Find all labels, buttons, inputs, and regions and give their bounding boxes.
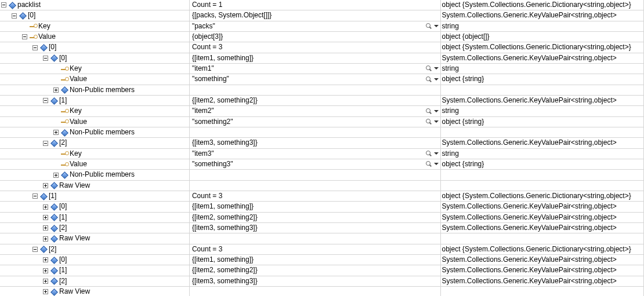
value-cell[interactable]: Count = 3 [189, 244, 440, 254]
table-row[interactable]: Key"item2"string [0, 106, 644, 116]
table-row[interactable]: Value"something"object {string} [0, 74, 644, 85]
name-cell[interactable]: [1] [0, 95, 189, 105]
name-cell[interactable]: Non-Public members [0, 85, 189, 95]
table-row[interactable]: [1]Count = 3object {System.Collections.G… [0, 191, 644, 201]
table-row[interactable]: [0]{[packs, System.Object[]]}System.Coll… [0, 10, 644, 21]
name-cell[interactable]: [1] [0, 212, 189, 222]
collapse-icon[interactable] [43, 98, 48, 103]
magnifier-icon[interactable] [425, 108, 432, 115]
name-cell[interactable]: [1] [0, 265, 189, 276]
expand-icon[interactable] [53, 173, 59, 178]
chevron-down-icon[interactable] [433, 118, 439, 125]
value-cell[interactable]: Count = 3 [189, 191, 440, 201]
name-cell[interactable]: Key [0, 63, 189, 74]
value-cell[interactable]: {object[3]} [189, 31, 440, 42]
table-row[interactable]: Non-Public members [0, 127, 644, 137]
value-cell[interactable] [189, 233, 440, 244]
table-row[interactable]: [0]Count = 3object {System.Collections.G… [0, 42, 644, 53]
collapse-icon[interactable] [22, 34, 27, 39]
value-cell[interactable] [189, 170, 440, 180]
table-row[interactable]: Raw View [0, 180, 644, 191]
value-cell[interactable]: {[packs, System.Object[]]} [189, 10, 440, 21]
chevron-down-icon[interactable] [433, 150, 439, 157]
table-row[interactable]: [0]{[item1, something]}System.Collection… [0, 53, 644, 63]
table-row[interactable]: Non-Public members [0, 85, 644, 95]
chevron-down-icon[interactable] [433, 23, 439, 30]
name-cell[interactable]: [2] [0, 244, 189, 254]
value-cell[interactable]: Count = 1 [189, 0, 440, 10]
expand-icon[interactable] [43, 279, 48, 284]
value-cell[interactable] [189, 85, 440, 95]
expand-icon[interactable] [43, 268, 48, 273]
table-row[interactable]: Key"item3"string [0, 148, 644, 159]
expand-icon[interactable] [53, 130, 59, 135]
magnifier-icon[interactable] [425, 76, 432, 83]
table-row[interactable]: [1]{[item2, something2]}System.Collectio… [0, 212, 644, 222]
table-row[interactable]: Non-Public members [0, 170, 644, 180]
table-row[interactable]: Value{object[3]}object {object[]} [0, 31, 644, 42]
collapse-icon[interactable] [32, 193, 38, 199]
table-row[interactable]: [0]{[item1, something]}System.Collection… [0, 254, 644, 265]
name-cell[interactable]: [0] [0, 53, 189, 63]
name-cell[interactable]: Value [0, 74, 189, 85]
value-cell[interactable]: {[item1, something]} [189, 53, 440, 63]
name-cell[interactable]: Raw View [0, 286, 189, 296]
table-row[interactable]: Raw View [0, 233, 644, 244]
expand-icon[interactable] [43, 183, 48, 188]
collapse-icon[interactable] [32, 247, 38, 252]
value-cell[interactable] [189, 180, 440, 191]
watch-grid[interactable]: packlistCount = 1object {System.Collecti… [0, 0, 644, 296]
table-row[interactable]: [1]{[item2, something2]}System.Collectio… [0, 95, 644, 105]
name-cell[interactable]: Value [0, 159, 189, 169]
name-cell[interactable]: Key [0, 21, 189, 31]
value-cell[interactable]: "item2" [189, 106, 440, 116]
value-cell[interactable]: "item3" [189, 148, 440, 159]
name-cell[interactable]: [0] [0, 42, 189, 53]
name-cell[interactable]: Non-Public members [0, 170, 189, 180]
name-cell[interactable]: Key [0, 148, 189, 159]
value-cell[interactable]: {[item3, something3]} [189, 222, 440, 233]
expand-icon[interactable] [43, 215, 48, 220]
chevron-down-icon[interactable] [433, 160, 439, 167]
magnifier-icon[interactable] [425, 118, 432, 125]
collapse-icon[interactable] [32, 45, 38, 50]
name-cell[interactable]: Non-Public members [0, 127, 189, 137]
value-cell[interactable]: {[item1, something]} [189, 202, 440, 212]
magnifier-icon[interactable] [425, 150, 432, 157]
table-row[interactable]: Raw View [0, 286, 644, 296]
value-cell[interactable]: {[item1, something]} [189, 254, 440, 265]
expand-icon[interactable] [43, 204, 48, 210]
collapse-icon[interactable] [12, 13, 17, 19]
table-row[interactable]: [2]{[item3, something3]}System.Collectio… [0, 138, 644, 148]
name-cell[interactable]: Value [0, 31, 189, 42]
magnifier-icon[interactable] [425, 23, 432, 30]
table-row[interactable]: [2]{[item3, something3]}System.Collectio… [0, 222, 644, 233]
collapse-icon[interactable] [1, 2, 6, 8]
name-cell[interactable]: [0] [0, 10, 189, 21]
name-cell[interactable]: [2] [0, 276, 189, 286]
magnifier-icon[interactable] [425, 160, 432, 167]
expand-icon[interactable] [43, 257, 48, 262]
expand-icon[interactable] [43, 236, 48, 242]
table-row[interactable]: packlistCount = 1object {System.Collecti… [0, 0, 644, 10]
value-cell[interactable]: "something2" [189, 116, 440, 127]
expand-icon[interactable] [43, 289, 48, 294]
expand-icon[interactable] [53, 87, 59, 93]
value-cell[interactable]: Count = 3 [189, 42, 440, 53]
value-cell[interactable]: {[item3, something3]} [189, 276, 440, 286]
value-cell[interactable] [189, 127, 440, 137]
name-cell[interactable]: [1] [0, 191, 189, 201]
value-cell[interactable]: "packs" [189, 21, 440, 31]
collapse-icon[interactable] [43, 141, 48, 146]
name-cell[interactable]: Key [0, 106, 189, 116]
table-row[interactable]: [2]{[item3, something3]}System.Collectio… [0, 276, 644, 286]
name-cell[interactable]: Value [0, 116, 189, 127]
magnifier-icon[interactable] [425, 65, 432, 72]
value-cell[interactable]: {[item2, something2]} [189, 265, 440, 276]
name-cell[interactable]: [0] [0, 254, 189, 265]
value-cell[interactable]: "something" [189, 74, 440, 85]
table-row[interactable]: Value"something2"object {string} [0, 116, 644, 127]
chevron-down-icon[interactable] [433, 76, 439, 83]
table-row[interactable]: [2]Count = 3object {System.Collections.G… [0, 244, 644, 254]
name-cell[interactable]: [0] [0, 202, 189, 212]
